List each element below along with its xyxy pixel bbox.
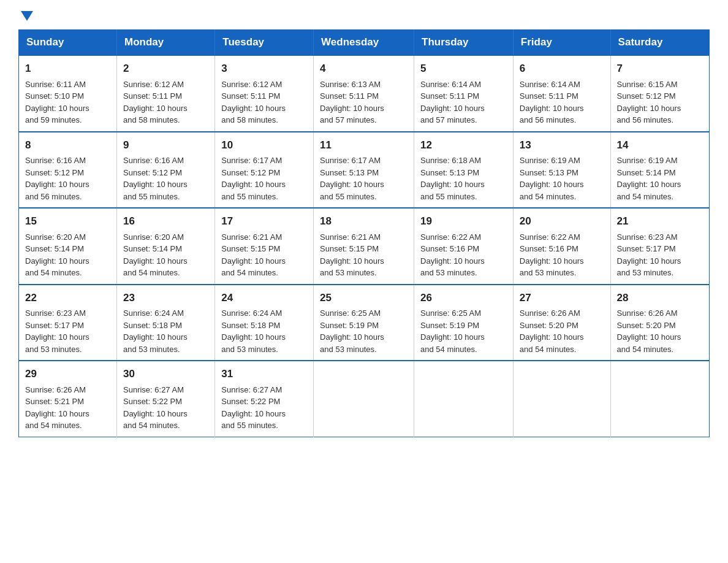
day-info: Sunrise: 6:21 AMSunset: 5:15 PMDaylight:… bbox=[221, 232, 286, 278]
day-info: Sunrise: 6:23 AMSunset: 5:17 PMDaylight:… bbox=[617, 232, 681, 278]
calendar-cell: 11 Sunrise: 6:17 AMSunset: 5:13 PMDaylig… bbox=[314, 132, 414, 209]
calendar-cell: 23 Sunrise: 6:24 AMSunset: 5:18 PMDaylig… bbox=[117, 285, 215, 361]
day-number: 1 bbox=[25, 61, 110, 77]
day-info: Sunrise: 6:15 AMSunset: 5:12 PMDaylight:… bbox=[617, 80, 681, 125]
weekday-header-thursday: Thursday bbox=[414, 30, 514, 56]
day-number: 4 bbox=[320, 61, 408, 77]
weekday-header-saturday: Saturday bbox=[610, 30, 709, 56]
day-info: Sunrise: 6:19 AMSunset: 5:13 PMDaylight:… bbox=[520, 156, 584, 201]
logo bbox=[18, 12, 33, 18]
calendar-week-row: 1 Sunrise: 6:11 AMSunset: 5:10 PMDayligh… bbox=[19, 55, 710, 132]
calendar-cell: 28 Sunrise: 6:26 AMSunset: 5:20 PMDaylig… bbox=[610, 285, 709, 361]
calendar-cell: 10 Sunrise: 6:17 AMSunset: 5:12 PMDaylig… bbox=[215, 132, 314, 209]
calendar-week-row: 29 Sunrise: 6:26 AMSunset: 5:21 PMDaylig… bbox=[19, 361, 710, 437]
day-info: Sunrise: 6:12 AMSunset: 5:11 PMDaylight:… bbox=[123, 80, 188, 125]
day-info: Sunrise: 6:23 AMSunset: 5:17 PMDaylight:… bbox=[25, 308, 89, 354]
calendar-header: SundayMondayTuesdayWednesdayThursdayFrid… bbox=[19, 30, 710, 56]
day-info: Sunrise: 6:24 AMSunset: 5:18 PMDaylight:… bbox=[123, 308, 188, 354]
day-number: 30 bbox=[123, 366, 208, 382]
day-info: Sunrise: 6:17 AMSunset: 5:12 PMDaylight:… bbox=[221, 156, 286, 201]
calendar-cell: 21 Sunrise: 6:23 AMSunset: 5:17 PMDaylig… bbox=[610, 208, 709, 285]
weekday-header-row: SundayMondayTuesdayWednesdayThursdayFrid… bbox=[19, 30, 710, 56]
weekday-header-friday: Friday bbox=[513, 30, 610, 56]
day-number: 13 bbox=[520, 137, 604, 153]
calendar-cell: 30 Sunrise: 6:27 AMSunset: 5:22 PMDaylig… bbox=[117, 361, 215, 437]
day-info: Sunrise: 6:13 AMSunset: 5:11 PMDaylight:… bbox=[320, 80, 384, 125]
day-number: 9 bbox=[123, 137, 208, 153]
calendar-cell: 13 Sunrise: 6:19 AMSunset: 5:13 PMDaylig… bbox=[513, 132, 610, 209]
calendar-cell: 24 Sunrise: 6:24 AMSunset: 5:18 PMDaylig… bbox=[215, 285, 314, 361]
day-info: Sunrise: 6:14 AMSunset: 5:11 PMDaylight:… bbox=[520, 80, 584, 125]
day-info: Sunrise: 6:14 AMSunset: 5:11 PMDaylight:… bbox=[420, 80, 485, 125]
calendar-cell bbox=[314, 361, 414, 437]
day-info: Sunrise: 6:22 AMSunset: 5:16 PMDaylight:… bbox=[420, 232, 485, 278]
logo-triangle-icon bbox=[21, 11, 33, 21]
day-info: Sunrise: 6:12 AMSunset: 5:11 PMDaylight:… bbox=[221, 80, 286, 125]
day-number: 22 bbox=[25, 290, 110, 306]
day-number: 16 bbox=[123, 213, 208, 229]
day-info: Sunrise: 6:20 AMSunset: 5:14 PMDaylight:… bbox=[25, 232, 89, 278]
page-header bbox=[18, 12, 710, 18]
day-number: 31 bbox=[221, 366, 307, 382]
calendar-cell bbox=[513, 361, 610, 437]
day-number: 14 bbox=[617, 137, 703, 153]
day-number: 21 bbox=[617, 213, 703, 229]
calendar-cell: 5 Sunrise: 6:14 AMSunset: 5:11 PMDayligh… bbox=[414, 55, 514, 132]
day-number: 19 bbox=[420, 213, 507, 229]
calendar-cell: 29 Sunrise: 6:26 AMSunset: 5:21 PMDaylig… bbox=[19, 361, 117, 437]
day-number: 6 bbox=[520, 61, 604, 77]
day-number: 10 bbox=[221, 137, 307, 153]
day-number: 7 bbox=[617, 61, 703, 77]
day-number: 23 bbox=[123, 290, 208, 306]
day-number: 29 bbox=[25, 366, 110, 382]
weekday-header-tuesday: Tuesday bbox=[215, 30, 314, 56]
day-number: 27 bbox=[520, 290, 604, 306]
calendar-cell: 15 Sunrise: 6:20 AMSunset: 5:14 PMDaylig… bbox=[19, 208, 117, 285]
day-number: 20 bbox=[520, 213, 604, 229]
day-number: 5 bbox=[420, 61, 507, 77]
weekday-header-sunday: Sunday bbox=[19, 30, 117, 56]
calendar-cell: 25 Sunrise: 6:25 AMSunset: 5:19 PMDaylig… bbox=[314, 285, 414, 361]
day-info: Sunrise: 6:26 AMSunset: 5:20 PMDaylight:… bbox=[617, 308, 681, 354]
day-number: 12 bbox=[420, 137, 507, 153]
calendar-cell: 8 Sunrise: 6:16 AMSunset: 5:12 PMDayligh… bbox=[19, 132, 117, 209]
calendar-cell: 2 Sunrise: 6:12 AMSunset: 5:11 PMDayligh… bbox=[117, 55, 215, 132]
calendar-cell: 18 Sunrise: 6:21 AMSunset: 5:15 PMDaylig… bbox=[314, 208, 414, 285]
day-number: 25 bbox=[320, 290, 408, 306]
day-info: Sunrise: 6:16 AMSunset: 5:12 PMDaylight:… bbox=[123, 156, 188, 201]
calendar-body: 1 Sunrise: 6:11 AMSunset: 5:10 PMDayligh… bbox=[19, 55, 710, 437]
calendar-cell: 4 Sunrise: 6:13 AMSunset: 5:11 PMDayligh… bbox=[314, 55, 414, 132]
weekday-header-wednesday: Wednesday bbox=[314, 30, 414, 56]
calendar-cell bbox=[610, 361, 709, 437]
calendar-table: SundayMondayTuesdayWednesdayThursdayFrid… bbox=[18, 29, 710, 437]
day-number: 8 bbox=[25, 137, 110, 153]
calendar-cell: 17 Sunrise: 6:21 AMSunset: 5:15 PMDaylig… bbox=[215, 208, 314, 285]
day-info: Sunrise: 6:20 AMSunset: 5:14 PMDaylight:… bbox=[123, 232, 188, 278]
calendar-week-row: 15 Sunrise: 6:20 AMSunset: 5:14 PMDaylig… bbox=[19, 208, 710, 285]
day-info: Sunrise: 6:26 AMSunset: 5:21 PMDaylight:… bbox=[25, 385, 89, 431]
weekday-header-monday: Monday bbox=[117, 30, 215, 56]
day-number: 11 bbox=[320, 137, 408, 153]
day-info: Sunrise: 6:21 AMSunset: 5:15 PMDaylight:… bbox=[320, 232, 384, 278]
day-info: Sunrise: 6:24 AMSunset: 5:18 PMDaylight:… bbox=[221, 308, 286, 354]
day-number: 26 bbox=[420, 290, 507, 306]
calendar-cell: 1 Sunrise: 6:11 AMSunset: 5:10 PMDayligh… bbox=[19, 55, 117, 132]
calendar-cell: 7 Sunrise: 6:15 AMSunset: 5:12 PMDayligh… bbox=[610, 55, 709, 132]
calendar-cell: 19 Sunrise: 6:22 AMSunset: 5:16 PMDaylig… bbox=[414, 208, 514, 285]
calendar-cell: 31 Sunrise: 6:27 AMSunset: 5:22 PMDaylig… bbox=[215, 361, 314, 437]
calendar-cell: 22 Sunrise: 6:23 AMSunset: 5:17 PMDaylig… bbox=[19, 285, 117, 361]
day-number: 18 bbox=[320, 213, 408, 229]
day-number: 17 bbox=[221, 213, 307, 229]
calendar-cell bbox=[414, 361, 514, 437]
day-info: Sunrise: 6:11 AMSunset: 5:10 PMDaylight:… bbox=[25, 80, 89, 125]
day-info: Sunrise: 6:16 AMSunset: 5:12 PMDaylight:… bbox=[25, 156, 89, 201]
day-info: Sunrise: 6:17 AMSunset: 5:13 PMDaylight:… bbox=[320, 156, 384, 201]
calendar-week-row: 22 Sunrise: 6:23 AMSunset: 5:17 PMDaylig… bbox=[19, 285, 710, 361]
calendar-cell: 20 Sunrise: 6:22 AMSunset: 5:16 PMDaylig… bbox=[513, 208, 610, 285]
calendar-cell: 9 Sunrise: 6:16 AMSunset: 5:12 PMDayligh… bbox=[117, 132, 215, 209]
day-number: 24 bbox=[221, 290, 307, 306]
calendar-cell: 16 Sunrise: 6:20 AMSunset: 5:14 PMDaylig… bbox=[117, 208, 215, 285]
day-info: Sunrise: 6:18 AMSunset: 5:13 PMDaylight:… bbox=[420, 156, 485, 201]
day-number: 2 bbox=[123, 61, 208, 77]
day-info: Sunrise: 6:27 AMSunset: 5:22 PMDaylight:… bbox=[221, 385, 286, 431]
